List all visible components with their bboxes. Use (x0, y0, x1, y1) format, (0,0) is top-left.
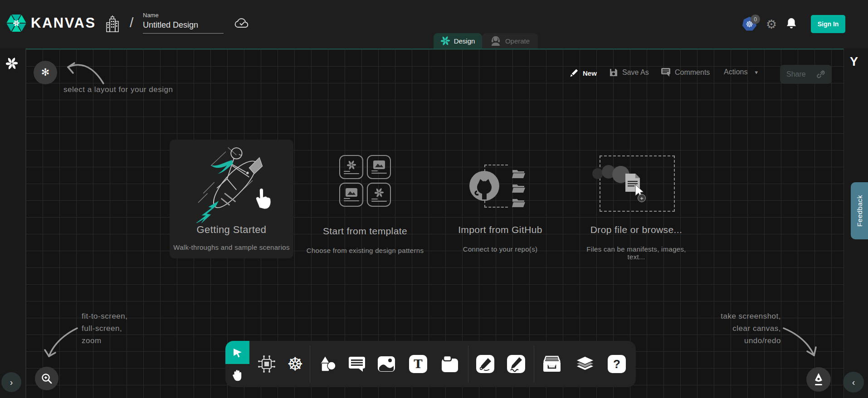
brand-name: KANVAS (31, 15, 96, 31)
zoom-controls-button[interactable] (35, 367, 59, 390)
kubernetes-tool-button[interactable]: ☸ (285, 354, 306, 374)
drawer-tool-button[interactable] (541, 354, 562, 374)
operate-tab-icon (490, 35, 501, 46)
layout-asterisk-icon: ✻ (41, 67, 49, 78)
shapes-icon (318, 355, 336, 373)
help-tool-button[interactable]: ? (606, 354, 627, 374)
card-start-from-template[interactable] (339, 155, 391, 207)
template-thumb (367, 155, 391, 179)
hand-pan-icon (232, 369, 244, 383)
drawer-icon (542, 355, 561, 373)
design-name-label: Name (143, 12, 224, 19)
share-button[interactable]: Share (780, 65, 832, 84)
kubernetes-count-badge: 0 (751, 15, 760, 24)
collapse-right-panel-button[interactable]: ‹ (843, 372, 864, 393)
layers-tool-button[interactable] (575, 354, 595, 374)
comments-button[interactable]: Comments (661, 68, 710, 77)
notifications-bell-icon[interactable] (786, 17, 797, 30)
text-tool-icon: T (409, 355, 427, 373)
comment-bubble-icon (661, 68, 671, 77)
meshery-spiral-icon[interactable] (6, 58, 18, 69)
y-node-icon[interactable]: Y (850, 55, 858, 69)
kanvas-logo-icon (5, 12, 27, 34)
toolbar-separator (468, 345, 468, 383)
text-tool-button[interactable]: T (408, 354, 429, 374)
kubernetes-context-button[interactable]: ☸ 0 (742, 17, 757, 32)
tab-operate[interactable]: Operate (482, 33, 538, 49)
new-design-button[interactable]: New (569, 68, 597, 78)
drop-card-subtitle: Files can be manifests, images, text... (577, 245, 696, 261)
organization-icon[interactable] (105, 15, 120, 34)
github-octocat-icon[interactable] (469, 171, 499, 201)
bottom-toolbar: ☸ T (225, 341, 636, 387)
design-name-field: Name (143, 12, 224, 34)
component-chip-icon (257, 354, 276, 374)
plus-icon: + (638, 194, 646, 202)
layers-icon (575, 356, 595, 372)
tab-design[interactable]: Design (434, 33, 482, 49)
repo-folder-icon (512, 167, 526, 179)
toolbar-separator (310, 345, 310, 383)
settings-gear-icon[interactable]: ⚙ (766, 17, 777, 32)
expand-left-panel-button[interactable]: › (1, 372, 21, 392)
design-name-input[interactable] (143, 19, 224, 34)
design-tab-icon (441, 36, 450, 45)
feedback-tab[interactable]: Feedback (851, 182, 868, 239)
comment-tool-button[interactable] (346, 354, 367, 374)
layout-selector-button[interactable]: ✻ (34, 61, 57, 84)
shapes-tool-button[interactable] (317, 354, 338, 374)
link-icon (816, 70, 825, 79)
breadcrumb-separator: / (130, 15, 133, 30)
pen-tool-icon (476, 355, 494, 373)
cursor-arrow-icon (232, 347, 243, 358)
sticky-note-tool-button[interactable] (439, 354, 460, 374)
components-tool-button[interactable] (256, 354, 277, 374)
zoom-hint-text: fit-to-screen, full-screen, zoom (82, 310, 127, 347)
drawing-tools-button[interactable] (806, 367, 831, 392)
repo-folder-icon (512, 196, 526, 208)
pen-nib-icon (813, 373, 824, 386)
github-card-title[interactable]: Import from GitHub (441, 224, 559, 235)
pencil-tool-button[interactable] (506, 354, 527, 374)
drop-dot (592, 168, 603, 179)
kanvas-app: KANVAS / Name (0, 0, 868, 398)
screenshot-hint-text: take screenshot, clear canvas, undo/redo (721, 310, 781, 347)
magnifier-plus-icon (41, 373, 53, 384)
template-thumb (367, 183, 391, 207)
toolbar-separator (534, 345, 534, 383)
github-card-subtitle: Connect to your repo(s) (441, 245, 559, 253)
question-icon: ? (608, 355, 626, 373)
rocket-sketch-illustration (182, 142, 282, 223)
template-thumb (339, 155, 363, 179)
template-card-title[interactable]: Start from template (297, 226, 433, 237)
drop-card-title[interactable]: Drop file or browse... (582, 224, 691, 235)
pen-tool-button[interactable] (475, 354, 496, 374)
pencil-freehand-icon (507, 355, 525, 373)
actions-dropdown[interactable]: Actions ▾ (724, 68, 758, 76)
pencil-new-icon (569, 68, 579, 78)
app-header: KANVAS / Name (0, 0, 868, 49)
comment-tool-icon (348, 356, 366, 372)
template-thumb (339, 183, 363, 207)
left-rail: › (0, 49, 26, 398)
template-card-subtitle: Choose from existing design patterns (297, 247, 433, 254)
repo-folder-icon (512, 182, 526, 194)
pan-tool-button[interactable] (225, 364, 249, 387)
hand-cursor-icon (253, 186, 273, 209)
cloud-save-status-icon (234, 17, 250, 29)
kubernetes-wheel-icon: ☸ (287, 355, 303, 373)
layout-hint-text: select a layout for your design (63, 83, 173, 96)
select-tool-button[interactable] (225, 341, 249, 364)
save-as-button[interactable]: Save As (609, 68, 649, 77)
card-getting-started[interactable]: Getting Started Walk-throughs and sample… (170, 140, 293, 258)
image-tool-icon (377, 356, 395, 372)
save-floppy-icon (609, 68, 618, 77)
image-tool-button[interactable] (376, 354, 397, 374)
sticky-note-icon (441, 355, 459, 373)
chevron-down-icon: ▾ (755, 69, 758, 76)
sign-in-button[interactable]: Sign In (811, 15, 845, 33)
